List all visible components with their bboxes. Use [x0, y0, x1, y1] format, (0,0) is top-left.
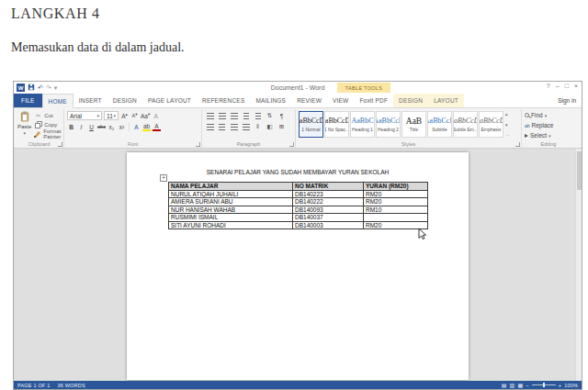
style-subtitle[interactable]: AaBbCcD Subtitle — [427, 111, 452, 138]
format-painter-button[interactable]: Format Painter — [34, 129, 62, 138]
col-header-matrik[interactable]: NO MATRIK — [293, 183, 364, 191]
tab-design[interactable]: DESIGN — [107, 94, 142, 107]
undo-icon[interactable]: ↶ — [38, 84, 43, 92]
italic-button[interactable]: I — [77, 122, 85, 131]
table-cell[interactable]: SITI AYUNI ROHADI — [169, 221, 293, 229]
sign-in-link[interactable]: Sign in — [558, 94, 582, 107]
replace-button[interactable]: ab Replace — [525, 121, 572, 129]
table-cell[interactable]: RM10 — [364, 206, 428, 214]
grow-font-button[interactable]: A▴ — [120, 111, 129, 120]
col-header-nama[interactable]: NAMA PELAJAR — [169, 183, 293, 191]
zoom-slider[interactable] — [532, 384, 556, 385]
font-dialog-launcher-icon[interactable] — [196, 142, 200, 147]
align-center-button[interactable] — [217, 122, 227, 131]
clipboard-dialog-launcher-icon[interactable] — [58, 142, 62, 147]
find-button[interactable]: Find ▾ — [525, 111, 572, 119]
table-cell[interactable]: DB140223 — [293, 190, 364, 198]
gallery-more-icon[interactable]: ⋯ — [505, 132, 510, 138]
save-icon[interactable] — [28, 84, 35, 93]
status-word-count[interactable]: 36 WORDS — [57, 383, 85, 388]
table-cell[interactable]: NURUL ATIQAH JUHAILI — [169, 190, 293, 198]
shading-button[interactable]: ◧ — [265, 122, 275, 131]
tab-insert[interactable]: INSERT — [74, 94, 107, 107]
minimize-icon[interactable]: – — [556, 83, 560, 89]
table-cell[interactable]: DB140093 — [293, 206, 364, 214]
line-spacing-button[interactable]: ⇕ — [253, 122, 263, 131]
cut-button[interactable]: ✂ Cut — [34, 111, 62, 119]
superscript-button[interactable]: x² — [118, 122, 126, 131]
maximize-icon[interactable]: □ — [565, 83, 569, 89]
tab-references[interactable]: REFERENCES — [197, 94, 250, 107]
multilevel-list-button[interactable] — [229, 111, 239, 120]
bold-button[interactable]: B — [67, 122, 75, 131]
change-case-button[interactable]: Aa▾ — [141, 111, 150, 120]
tab-review[interactable]: REVIEW — [291, 94, 327, 107]
close-icon[interactable]: × — [574, 83, 578, 89]
text-effects-button[interactable]: A — [132, 122, 141, 131]
style-heading-1[interactable]: AaBbC Heading 1 — [350, 111, 375, 138]
increase-indent-button[interactable] — [253, 111, 263, 120]
vertical-scrollbar[interactable] — [575, 149, 582, 381]
zoom-in-icon[interactable]: + — [559, 383, 561, 388]
style-heading-2[interactable]: AaBbCcE Heading 2 — [376, 111, 401, 138]
redo-icon[interactable]: ↷ — [46, 84, 51, 92]
col-header-yuran[interactable]: YURAN (RM20) — [364, 183, 428, 191]
zoom-out-icon[interactable]: − — [526, 383, 528, 388]
zoom-slider-thumb[interactable] — [543, 383, 545, 387]
tab-view[interactable]: VIEW — [327, 94, 354, 107]
table-cell[interactable]: NUR HANISAH WAHAB — [169, 206, 293, 214]
sort-button[interactable]: ⇅ — [265, 111, 275, 120]
table-cell[interactable]: RUSMIMI ISMAIL — [169, 214, 293, 222]
font-size-select[interactable]: 11 ▾ — [104, 111, 119, 120]
table-cell[interactable]: RM20 — [364, 190, 428, 198]
tab-file[interactable]: FILE — [14, 94, 42, 107]
document-page[interactable]: SENARAI PELAJAR YANG SUDAH MEMBAYAR YURA… — [127, 152, 469, 380]
gallery-up-icon[interactable]: ▴ — [505, 111, 510, 117]
read-mode-icon[interactable]: ▤ — [502, 382, 507, 389]
clear-formatting-button[interactable]: A — [152, 111, 160, 120]
style-subtle-emphasis[interactable]: AaBbCcDt Subtle Em... — [453, 111, 478, 138]
borders-button[interactable]: ⊞ — [277, 122, 287, 131]
align-left-button[interactable] — [205, 122, 215, 131]
tab-foxit-pdf[interactable]: Foxit PDF — [354, 94, 393, 107]
style-title[interactable]: AaB Title — [401, 111, 426, 138]
table-cell[interactable]: DB140037 — [293, 214, 364, 222]
font-color-button[interactable]: A — [153, 122, 161, 131]
tab-page-layout[interactable]: PAGE LAYOUT — [142, 94, 197, 107]
tab-table-design[interactable]: DESIGN — [393, 94, 428, 107]
table-cell[interactable]: DB140003 — [293, 221, 364, 229]
scrollbar-thumb[interactable] — [577, 151, 582, 190]
bullets-button[interactable] — [205, 111, 215, 120]
style-emphasis[interactable]: AaBbCcDt Emphasis — [479, 111, 503, 138]
styles-dialog-launcher-icon[interactable] — [515, 142, 520, 147]
web-layout-icon[interactable]: ▦ — [517, 382, 523, 389]
tab-home[interactable]: HOME — [42, 94, 74, 108]
font-family-select[interactable]: Arial ▾ — [67, 111, 102, 120]
paragraph-dialog-launcher-icon[interactable] — [289, 142, 294, 147]
table-move-handle[interactable]: + — [160, 174, 167, 182]
numbering-button[interactable] — [217, 111, 227, 120]
style-normal[interactable]: AaBbCcDc 1 Normal — [299, 111, 323, 138]
table-cell[interactable]: DB140222 — [293, 198, 364, 206]
underline-button[interactable]: U — [87, 122, 96, 131]
gallery-down-icon[interactable]: ▾ — [505, 122, 510, 128]
tab-mailings[interactable]: MAILINGS — [250, 94, 291, 107]
qat-customize-icon[interactable]: ▾ — [54, 84, 58, 92]
print-layout-icon[interactable]: ▥ — [510, 382, 515, 389]
tab-table-layout[interactable]: LAYOUT — [428, 94, 464, 107]
help-icon[interactable]: ? — [547, 83, 550, 89]
align-right-button[interactable] — [229, 122, 239, 131]
style-no-spacing[interactable]: AaBbCcDc 1 No Spac... — [324, 111, 349, 138]
decrease-indent-button[interactable] — [241, 111, 251, 120]
shrink-font-button[interactable]: A▾ — [130, 111, 139, 120]
table-cell[interactable] — [364, 214, 428, 222]
table-cell[interactable]: RM20 — [364, 198, 428, 206]
show-paragraph-marks-button[interactable]: ¶ — [277, 111, 287, 120]
justify-button[interactable] — [241, 122, 251, 131]
select-button[interactable]: Select ▾ — [525, 131, 572, 139]
strikethrough-button[interactable]: abc — [97, 122, 106, 131]
status-page-count[interactable]: PAGE 1 OF 1 — [17, 383, 50, 388]
zoom-level[interactable]: 100% — [564, 383, 578, 388]
subscript-button[interactable]: x₂ — [107, 122, 116, 131]
highlight-color-button[interactable]: ab — [142, 122, 151, 131]
